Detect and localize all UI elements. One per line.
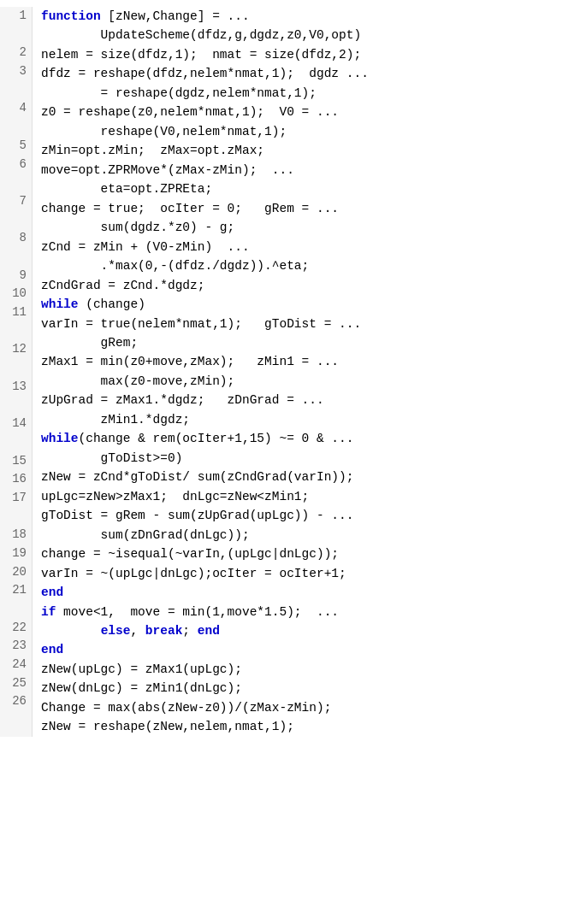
code-line-17-cont: sum(zDnGrad(dnLgc)); [41,526,577,544]
code-line-1-cont: UpdateScheme(dfdz,g,dgdz,z0,V0,opt) [41,26,577,44]
code-line-6-cont: eta=opt.ZPREta; [41,180,577,198]
code-line-11-cont: gRem; [41,333,577,352]
code-content: function [zNew,Change] = ... UpdateSchem… [33,7,586,737]
code-text: zNew = zCnd*gToDist/ sum(zCndGrad(varIn)… [41,470,353,484]
code-text: , [130,624,145,638]
code-line-25: Change = max(abs(zNew-z0))/(zMax-zMin); [41,698,577,717]
keyword-end-1: end [41,586,63,599]
code-text: zNew = reshape(zNew,nelem,nmat,1); [41,720,294,733]
keyword-break: break [145,624,183,638]
line-num-15: 15 [5,452,27,471]
code-line-9: zCndGrad = zCnd.*dgdz; [41,276,577,295]
code-text: zCndGrad = zCnd.*dgdz; [41,279,204,292]
line-num-blank-3 [5,81,27,100]
code-line-13: zUpGrad = zMax1.*dgdz; zDnGrad = ... [41,391,577,409]
code-text: zMin=opt.zMin; zMax=opt.zMax; [41,144,264,157]
line-num-16: 16 [5,470,27,489]
code-line-15: zNew = zCnd*gToDist/ sum(zCndGrad(varIn)… [41,468,577,486]
code-text: eta=opt.ZPREta; [41,182,212,196]
code-line-24: zNew(dnLgc) = zMin1(dnLgc); [41,679,577,697]
line-num-24: 24 [5,656,27,674]
line-num-20: 20 [5,563,27,582]
line-num-blank-21 [5,600,27,619]
code-text: sum(dgdz.*z0) - g; [41,221,234,234]
line-num-4: 4 [5,99,27,118]
line-num-21: 21 [5,581,27,600]
code-text: (change) [79,297,145,311]
line-num-12: 12 [5,340,27,359]
line-num-13: 13 [5,378,27,397]
code-text: varIn = ~(upLgc|dnLgc);ocIter = ocIter+1… [41,567,346,580]
code-text: move=opt.ZPRMove*(zMax-zMin); ... [41,163,294,177]
keyword-end-2: end [198,624,220,638]
keyword-end-3: end [41,643,63,656]
line-num-19: 19 [5,544,27,563]
line-num-blank-8 [5,248,27,267]
code-text: .*max(0,-(dfdz./dgdz)).^eta; [41,259,309,273]
line-num-8: 8 [5,229,27,248]
code-text: zCnd = zMin + (V0-zMin) ... [41,240,250,254]
code-line-21: if move<1, move = min(1,move*1.5); ... [41,603,577,621]
line-num-9: 9 [5,267,27,285]
line-num-26: 26 [5,692,27,711]
line-num-blank-14 [5,433,27,452]
line-num-blank-11 [5,322,27,341]
code-line-4: z0 = reshape(z0,nelem*nmat,1); V0 = ... [41,103,577,121]
code-line-5: zMin=opt.zMin; zMax=opt.zMax; [41,141,577,160]
line-num-blank-1 [5,26,27,44]
keyword-while-2: while [41,432,79,445]
code-text: upLgc=zNew>zMax1; dnLgc=zNew<zMin1; [41,490,309,503]
code-line-20: end [41,583,577,602]
code-line-8-cont: .*max(0,-(dfdz./dgdz)).^eta; [41,256,577,275]
code-line-17: gToDist = gRem - sum(zUpGrad(upLgc)) - .… [41,506,577,525]
keyword-else: else [101,624,131,638]
code-text: max(z0-move,zMin); [41,374,234,388]
code-text: [zNew,Change] = ... [101,9,250,23]
code-line-2: nelem = size(dfdz,1); nmat = size(dfdz,2… [41,45,577,64]
line-num-17: 17 [5,489,27,508]
line-num-14: 14 [5,415,27,433]
line-num-22: 22 [5,619,27,638]
line-number-column: 1 2 3 4 5 6 7 8 9 10 11 12 13 14 15 16 1… [0,7,33,737]
code-line-7-cont: sum(dgdz.*z0) - g; [41,218,577,237]
line-num-23: 23 [5,637,27,656]
code-editor: 1 2 3 4 5 6 7 8 9 10 11 12 13 14 15 16 1… [0,0,586,744]
code-text: (change & rem(ocIter+1,15) ~= 0 & ... [79,432,354,445]
code-line-10: while (change) [41,295,577,314]
line-num-blank-6 [5,174,27,192]
line-num-6: 6 [5,156,27,174]
code-text: nelem = size(dfdz,1); nmat = size(dfdz,2… [41,48,361,62]
code-text: zNew(upLgc) = zMax1(upLgc); [41,662,242,676]
code-line-11: varIn = true(nelem*nmat,1); gToDist = ..… [41,315,577,333]
code-text: move<1, move = min(1,move*1.5); ... [56,605,339,619]
keyword-if: if [41,605,56,619]
code-text: change = ~isequal(~varIn,(upLgc|dnLgc)); [41,547,339,561]
line-num-18: 18 [5,526,27,544]
line-num-blank-12 [5,359,27,378]
line-num-10: 10 [5,285,27,303]
keyword-function: function [41,9,101,23]
code-text: z0 = reshape(z0,nelem*nmat,1); V0 = ... [41,105,339,119]
code-line-23: zNew(upLgc) = zMax1(upLgc); [41,660,577,679]
code-text: zMin1.*dgdz; [41,413,190,427]
code-line-14: while(change & rem(ocIter+1,15) ~= 0 & .… [41,429,577,448]
code-text: zNew(dnLgc) = zMin1(dnLgc); [41,681,242,695]
line-num-blank-17 [5,508,27,527]
code-text: ; [182,624,197,638]
code-line-7: change = true; ocIter = 0; gRem = ... [41,199,577,218]
code-text: zMax1 = min(z0+move,zMax); zMin1 = ... [41,355,339,368]
code-text: varIn = true(nelem*nmat,1); gToDist = ..… [41,317,361,331]
line-num-blank-13 [5,396,27,415]
code-line-18: change = ~isequal(~varIn,(upLgc|dnLgc)); [41,544,577,563]
code-line-6: move=opt.ZPRMove*(zMax-zMin); ... [41,161,577,180]
code-line-8: zCnd = zMin + (V0-zMin) ... [41,238,577,256]
line-num-7: 7 [5,192,27,211]
code-text [41,624,101,638]
code-text: gToDist = gRem - sum(zUpGrad(upLgc)) - .… [41,509,353,522]
line-num-1: 1 [5,7,27,26]
code-line-21-cont: else, break; end [41,621,577,640]
line-num-2: 2 [5,44,27,62]
keyword-while-1: while [41,297,79,311]
code-text: zUpGrad = zMax1.*dgdz; zDnGrad = ... [41,393,324,407]
code-text: reshape(V0,nelem*nmat,1); [41,125,287,138]
